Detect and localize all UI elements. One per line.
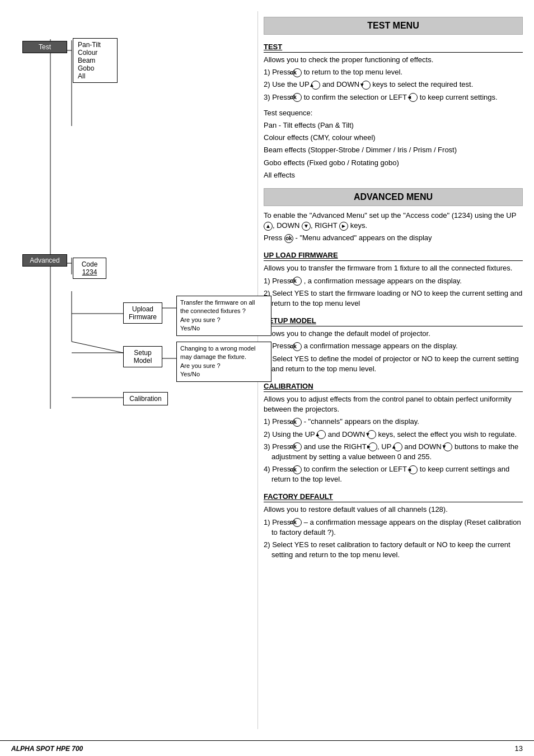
advanced-menu-title: ADVANCED MENU xyxy=(264,188,523,206)
calibration-item-3: 3) Press ok and use the RIGHT ►, UP ▲ an… xyxy=(264,442,523,462)
footer-brand: ALPHA SPOT HPE 700 xyxy=(11,745,83,753)
ok-symbol-1: ok xyxy=(293,68,302,77)
footer-page: 13 xyxy=(515,744,523,753)
ok-symbol-sm1: ok xyxy=(293,342,302,351)
right-panel: TEST MENU TEST Allows you to check the p… xyxy=(257,11,534,729)
main-content: Test Pan-Tilt Colour Beam Gobo All Advan… xyxy=(0,0,534,740)
upload-item-2: 2) Select YES to start the firmware load… xyxy=(264,288,523,309)
down-symbol-adv: ▼ xyxy=(302,222,311,231)
factory-subsection-title: FACTORY DEFAULT xyxy=(264,492,523,502)
upload-item-1: 1) Press ok , a confirmation message app… xyxy=(264,276,523,286)
calibration-subsection-title: CALIBRATION xyxy=(264,382,523,392)
ok-symbol-adv: ok xyxy=(284,234,293,243)
factory-desc: Allows you to restore default values of … xyxy=(264,505,523,515)
upload-desc: Allows you to transfer the firmware from… xyxy=(264,263,523,273)
test-menu-title: TEST MENU xyxy=(264,17,523,35)
ok-symbol-cal1: ok xyxy=(293,418,302,427)
setup-item-1: 1) Press ok a confirmation message appea… xyxy=(264,341,523,351)
page: Test Pan-Tilt Colour Beam Gobo All Advan… xyxy=(0,0,534,756)
right-symbol-cal: ► xyxy=(368,442,377,451)
calibration-item-4: 4) Press ok to confirm the selection or … xyxy=(264,464,523,484)
test-box: Test xyxy=(22,41,67,53)
advanced-intro-2: Press ok - "Menu advanced" appears on th… xyxy=(264,233,523,243)
advanced-box: Advanced xyxy=(22,254,67,267)
test-seq-3: Beam effects (Stopper-Strobe / Dimmer / … xyxy=(264,145,523,155)
up-symbol-adv: ▲ xyxy=(264,222,273,231)
diagram: Test Pan-Tilt Colour Beam Gobo All Advan… xyxy=(11,17,246,689)
setup-tooltip: Changing to a wrong model may damage the… xyxy=(176,342,271,382)
upload-subsection-title: UP LOAD FIRMWARE xyxy=(264,251,523,261)
factory-item-1: 1) Press ok – a confirmation message app… xyxy=(264,517,523,538)
setup-subsection-title: SETUP MODEL xyxy=(264,316,523,326)
test-seq-label: Test sequence: xyxy=(264,108,523,118)
test-seq-5: All effects xyxy=(264,170,523,180)
up-symbol-cal2: ▲ xyxy=(394,442,402,451)
up-symbol-cal: ▲ xyxy=(317,430,326,439)
calibration-item-1: 1) Press ok - "channels" appears on the … xyxy=(264,417,523,427)
left-symbol-1: ◄ xyxy=(409,93,418,102)
ok-symbol-up1: ok xyxy=(293,277,302,286)
ok-symbol-fac1: ok xyxy=(293,518,302,527)
ok-symbol-cal2: ok xyxy=(293,442,302,451)
code-submenu: Code 1234 xyxy=(73,258,106,279)
down-symbol-cal2: ▼ xyxy=(443,442,452,451)
calibration-desc: Allows you to adjust effects from the co… xyxy=(264,394,523,414)
right-symbol-adv: ► xyxy=(339,222,348,231)
up-symbol-1: ▲ xyxy=(311,81,320,90)
down-symbol-1: ▼ xyxy=(362,81,371,90)
ok-symbol-2: ok xyxy=(293,93,302,102)
down-symbol-cal: ▼ xyxy=(367,430,376,439)
advanced-menu-section: ADVANCED MENU To enable the "Advanced Me… xyxy=(264,188,523,561)
ok-symbol-cal3: ok xyxy=(293,465,302,474)
calibration-box: Calibration xyxy=(123,392,168,405)
factory-item-2: 2) Select YES to reset calibration to fa… xyxy=(264,540,523,560)
test-item-1: 1) Press ok to return to the top menu le… xyxy=(264,67,523,77)
upload-tooltip: Transfer the firmware on all the connect… xyxy=(176,296,271,336)
left-panel: Test Pan-Tilt Colour Beam Gobo All Advan… xyxy=(0,11,257,729)
test-seq-2: Colour effects (CMY, colour wheel) xyxy=(264,133,523,143)
setup-desc: Allows you to change the default model o… xyxy=(264,329,523,339)
upload-firmware-box: Upload Firmware xyxy=(123,302,162,324)
test-item-3: 3) Press ok to confirm the selection or … xyxy=(264,92,523,102)
test-subsection-title: TEST xyxy=(264,43,523,53)
test-item-2: 2) Use the UP ▲ and DOWN ▼ keys to selec… xyxy=(264,80,523,90)
advanced-intro-1: To enable the "Advanced Menu" set up the… xyxy=(264,211,523,231)
setup-item-2: 2) Select YES to define the model of pro… xyxy=(264,354,523,374)
test-desc: Allows you to check the proper functioni… xyxy=(264,55,523,65)
test-menu-section: TEST MENU TEST Allows you to check the p… xyxy=(264,17,523,180)
footer: ALPHA SPOT HPE 700 13 xyxy=(0,740,534,756)
svg-line-8 xyxy=(72,342,123,353)
setup-model-box: Setup Model xyxy=(123,346,162,367)
test-seq-4: Gobo effects (Fixed gobo / Rotating gobo… xyxy=(264,158,523,168)
test-submenu: Pan-Tilt Colour Beam Gobo All xyxy=(73,38,118,83)
left-symbol-cal: ◄ xyxy=(409,465,418,474)
calibration-item-2: 2) Using the UP ▲ and DOWN ▼ keys, selec… xyxy=(264,430,523,440)
test-seq-1: Pan - Tilt effects (Pan & Tilt) xyxy=(264,120,523,130)
